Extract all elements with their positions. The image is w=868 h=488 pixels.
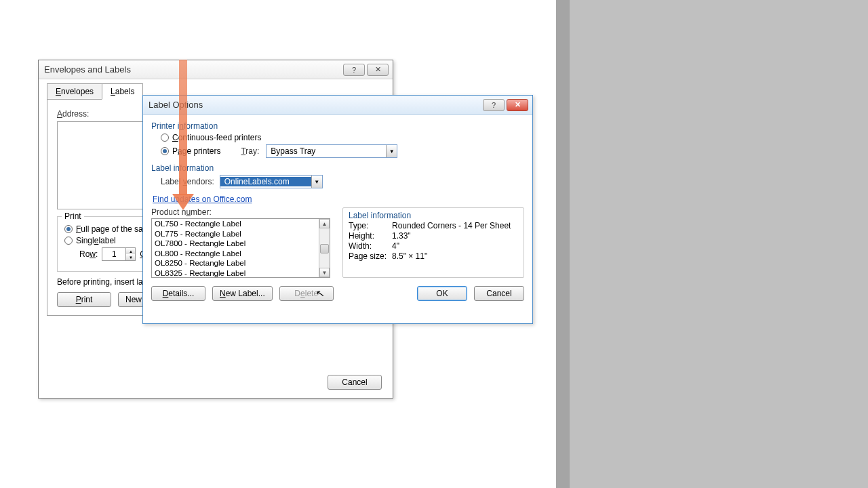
dialog-title: Label Options [147, 100, 481, 110]
list-item[interactable]: OL750 - Rectangle Label [152, 219, 319, 229]
office-updates-link[interactable]: Find updates on Office.com [153, 195, 252, 204]
info-title: Label information [349, 211, 518, 220]
cancel-button[interactable]: Cancel [328, 375, 382, 390]
vendor-label: Label vendors: [161, 177, 214, 186]
label-options-dialog: Label Options ? ✕ Printer information Co… [142, 95, 533, 324]
listbox-scrollbar[interactable]: ▲ ▼ [319, 219, 330, 277]
scrollbar-thumb[interactable] [320, 244, 329, 253]
radio-continuous[interactable]: Continuous-feed printers [161, 133, 524, 142]
tab-labels[interactable]: Labels [102, 83, 143, 100]
product-listbox[interactable]: OL750 - Rectangle Label OL775 - Rectangl… [151, 218, 330, 278]
list-item[interactable]: OL7800 - Rectangle Label [152, 239, 319, 249]
delete-button: Delete [279, 286, 334, 301]
printer-info-title: Printer information [151, 121, 524, 131]
new-label-button[interactable]: New Label... [212, 286, 273, 301]
scroll-up-icon[interactable]: ▲ [319, 219, 330, 228]
tray-select[interactable]: Bypass Tray ▼ [266, 144, 397, 158]
product-number-label: Product number: [151, 207, 330, 217]
radio-page-printers[interactable]: Page printers Tray: Bypass Tray ▼ [161, 144, 524, 158]
close-button[interactable]: ✕ [367, 64, 389, 76]
print-button[interactable]: Print [57, 292, 111, 307]
dialog-titlebar: Label Options ? ✕ [143, 96, 532, 115]
help-button[interactable]: ? [343, 64, 365, 76]
dialog-title: Envelopes and Labels [43, 64, 341, 75]
list-item[interactable]: OL8325 - Rectangle Label [152, 268, 319, 278]
chevron-down-icon[interactable]: ▼ [386, 145, 397, 157]
radio-icon [64, 237, 73, 245]
divider-bar [549, 0, 556, 488]
label-info-title: Label information [151, 163, 524, 173]
help-button[interactable]: ? [483, 99, 505, 111]
label-info-table: Type:Rounded Corners - 14 Per Sheet Heig… [349, 221, 518, 261]
row-spinner[interactable]: 1 ▲▼ [102, 247, 136, 261]
spin-down-icon[interactable]: ▼ [125, 254, 135, 260]
print-legend: Print [62, 211, 84, 221]
radio-icon [161, 147, 169, 155]
tray-label: Tray: [241, 146, 259, 156]
scroll-down-icon[interactable]: ▼ [319, 268, 330, 277]
list-item[interactable]: OL775 - Rectangle Label [152, 229, 319, 239]
cancel-button[interactable]: Cancel [474, 286, 524, 301]
row-label: Row: [79, 249, 98, 259]
list-item[interactable]: OL800 - Rectangle Label [152, 249, 319, 259]
close-button[interactable]: ✕ [507, 99, 528, 111]
right-background [556, 0, 868, 488]
vendor-select[interactable]: OnlineLabels.com ▼ [220, 175, 323, 188]
details-button[interactable]: Details... [151, 286, 205, 301]
chevron-down-icon[interactable]: ▼ [311, 176, 322, 188]
dialog-titlebar: Envelopes and Labels ? ✕ [39, 60, 393, 79]
spin-up-icon[interactable]: ▲ [125, 248, 135, 254]
radio-icon [161, 134, 169, 142]
ok-button[interactable]: OK [417, 286, 467, 301]
list-item[interactable]: OL8250 - Rectangle Label [152, 258, 319, 268]
tab-envelopes[interactable]: Envelopes [47, 83, 102, 100]
radio-icon [64, 225, 73, 233]
product-items: OL750 - Rectangle Label OL775 - Rectangl… [152, 219, 319, 277]
